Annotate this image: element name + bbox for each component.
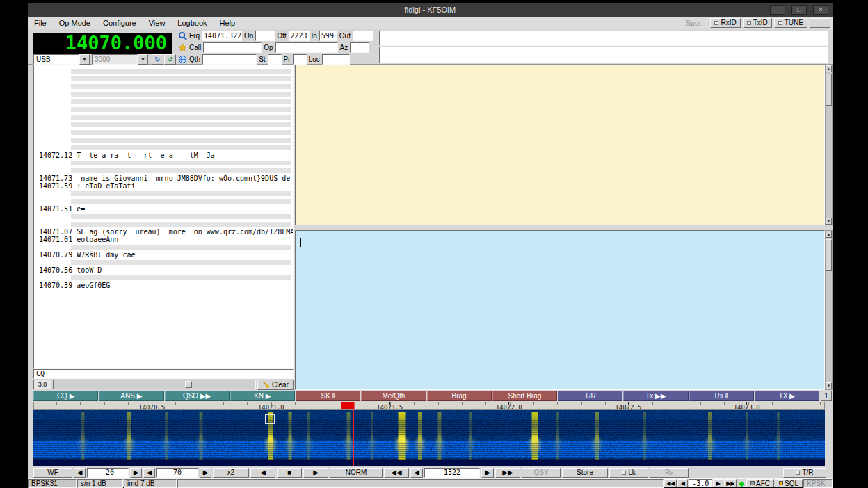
macro-button[interactable]: T/R — [558, 391, 622, 401]
tune-toggle[interactable]: TUNE — [774, 18, 807, 28]
browser-channel-row-empty[interactable] — [35, 98, 292, 106]
scroll-right-button[interactable]: ▶ — [303, 468, 328, 478]
rst-out-field[interactable] — [353, 31, 373, 41]
browser-channel-row-empty[interactable] — [35, 136, 292, 144]
time-on-field[interactable] — [255, 31, 275, 41]
rx-tx-splitter[interactable] — [295, 225, 833, 230]
sql-toggle[interactable]: SQL — [775, 479, 803, 487]
minimize-button[interactable]: – — [770, 5, 785, 15]
range-db-decrease-button[interactable]: ◀ — [143, 468, 155, 478]
menu-op-mode[interactable]: Op Mode — [53, 17, 97, 29]
qth-field[interactable] — [202, 54, 257, 65]
macro-button[interactable]: Short Brag — [492, 391, 557, 401]
offset-fast-down-button[interactable]: ◀◀ — [664, 479, 677, 487]
bandwidth-combo[interactable]: 3000 ▼ — [92, 54, 148, 65]
menubar-blank-button[interactable] — [810, 18, 830, 28]
center-stop-button[interactable]: ■ — [277, 468, 302, 478]
maximize-button[interactable]: □ — [791, 5, 807, 15]
carrier-up-button[interactable]: ▶ — [481, 468, 494, 478]
speed-norm-button[interactable]: NORM — [330, 468, 383, 478]
rx-scroll-track[interactable] — [826, 72, 832, 218]
wf-mode-button[interactable]: WF — [33, 468, 72, 478]
macro-button[interactable]: ANS ▶ — [99, 391, 163, 401]
tx-scroll-thumb[interactable] — [826, 239, 832, 271]
browser-channel-row-empty[interactable] — [35, 144, 292, 152]
menu-view[interactable]: View — [143, 17, 172, 29]
browser-channel-row[interactable]: 14072.12 T te a ra t rt e a tM Ja — [35, 152, 292, 159]
macro-button[interactable]: SK ‖ — [296, 391, 360, 401]
rst-in-field[interactable]: 599 — [319, 31, 337, 41]
macro-button[interactable]: KN ▶ — [230, 391, 295, 401]
macro-set-button[interactable]: 1 — [821, 391, 832, 401]
call-field[interactable] — [203, 42, 262, 53]
time-off-field[interactable]: 2223 — [289, 31, 310, 41]
rx-scroll-thumb[interactable] — [826, 74, 832, 106]
browser-channel-row-empty[interactable] — [35, 197, 292, 205]
browser-channel-row[interactable]: 14071.59 : eTaD eTaTati — [35, 182, 292, 190]
titlebar[interactable]: fldigi - KF5OIM – □ × — [28, 3, 833, 17]
browser-channel-row[interactable]: 14071.51 e= — [35, 205, 292, 213]
macro-button[interactable]: CQ ▶ — [33, 391, 98, 401]
offset-down-button[interactable]: ◀ — [677, 479, 688, 487]
browser-squelch-value[interactable]: 3.0 — [33, 380, 51, 389]
pr-field[interactable] — [293, 54, 307, 65]
browser-channel-row[interactable]: 14071.73 name is Giovanni mrno JM88DVfo:… — [35, 174, 292, 182]
wf-ruler[interactable]: 14070.514071.014071.514072.014072.514073… — [33, 402, 825, 410]
notes-field-bottom[interactable] — [379, 47, 828, 63]
macro-button[interactable]: Tx ▶▶ — [623, 391, 688, 401]
offset-value[interactable]: -3.0 — [689, 479, 712, 487]
browser-squelch-slider[interactable] — [53, 380, 256, 389]
globe-icon[interactable] — [178, 55, 187, 64]
menu-file[interactable]: File — [28, 17, 53, 29]
rig-refresh-button[interactable]: ↻ — [152, 54, 163, 65]
mode-status[interactable]: BPSK31 — [28, 479, 77, 488]
browser-channel-row-empty[interactable] — [35, 121, 292, 129]
range-db-increase-button[interactable]: ▶ — [200, 468, 211, 478]
scroll-down-icon[interactable]: ▼ — [826, 382, 832, 389]
macro-button[interactable]: Me/Qth — [361, 391, 426, 401]
qsy-button[interactable]: QSY — [522, 468, 561, 478]
chevron-down-icon[interactable]: ▼ — [79, 54, 90, 65]
loc-field[interactable] — [322, 54, 350, 65]
browser-channel-row-empty[interactable] — [35, 83, 292, 90]
tx-scroll-track[interactable] — [826, 238, 832, 382]
carrier-fast-down-button[interactable]: ◀◀ — [384, 468, 409, 478]
zoom-button[interactable]: x2 — [213, 468, 249, 478]
browser-channel-row[interactable]: 14070.79 W7RšBl dmy cae — [35, 251, 292, 259]
menu-help[interactable]: Help — [214, 17, 242, 29]
spot-button[interactable]: Spot — [679, 19, 709, 27]
browser-channel-row-empty[interactable] — [35, 274, 292, 282]
rx-scrollbar[interactable]: ▲ ▼ — [825, 65, 833, 225]
rx-text-area[interactable] — [295, 65, 825, 225]
range-db-value[interactable]: 70 — [156, 468, 198, 478]
macro-button[interactable]: Brag — [427, 391, 492, 401]
carrier-frequency-value[interactable]: 1322 — [424, 468, 480, 478]
browser-channel-row-empty[interactable] — [35, 75, 292, 83]
mode-combo[interactable]: USB ▼ — [33, 54, 90, 65]
menu-configure[interactable]: Configure — [97, 17, 143, 29]
lock-toggle[interactable]: Lk — [609, 468, 648, 478]
browser-clear-button[interactable]: Clear — [257, 380, 294, 390]
rig-reset-button[interactable]: ↺ — [164, 54, 176, 65]
carrier-down-button[interactable]: ◀ — [410, 468, 423, 478]
browser-channel-row-empty[interactable] — [35, 106, 292, 113]
lower-db-increase-button[interactable]: ▶ — [130, 468, 142, 478]
scroll-down-icon[interactable]: ▼ — [826, 218, 832, 225]
browser-channel-row[interactable]: 14070.39 aeoGf0EG — [35, 282, 292, 289]
tx-text-area[interactable] — [295, 230, 825, 390]
offset-up-button[interactable]: ▶ — [713, 479, 723, 487]
offset-fast-up-button[interactable]: ▶▶ — [724, 479, 737, 487]
macro-button[interactable]: Rx ‖ — [689, 391, 754, 401]
browser-search-field[interactable]: CQ — [33, 369, 294, 379]
macro-button[interactable]: TX ▶ — [755, 391, 819, 401]
browser-channel-row-empty[interactable] — [35, 159, 292, 167]
browser-channel-row-empty[interactable] — [35, 213, 292, 220]
scroll-left-button[interactable]: ◀ — [250, 468, 275, 478]
browser-channel-row-empty[interactable] — [35, 129, 292, 136]
browser-channel-row[interactable]: 14070.56 tooW D — [35, 266, 292, 274]
browser-channel-row[interactable]: 14071.07 SL ag (sorry ureau) more on www… — [35, 228, 292, 236]
browser-channel-row-empty[interactable] — [35, 167, 292, 174]
browser-channel-row-empty[interactable] — [35, 90, 292, 98]
waterfall-display[interactable] — [33, 410, 825, 466]
op-field[interactable] — [275, 42, 338, 53]
